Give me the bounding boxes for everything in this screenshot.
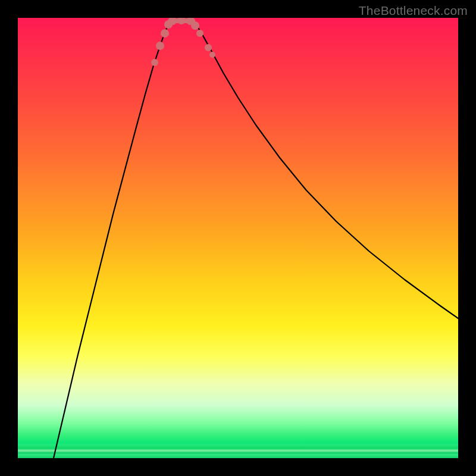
series-left-curve	[54, 21, 170, 458]
watermark-text: TheBottleneck.com	[359, 4, 468, 18]
right-marker-3	[205, 44, 212, 51]
right-marker-2	[196, 30, 203, 37]
chart-frame: TheBottleneck.com	[0, 0, 476, 476]
floor-marker-2	[177, 18, 186, 24]
left-marker-1	[151, 59, 158, 66]
series-right-curve	[193, 21, 458, 318]
right-marker-1	[191, 21, 199, 30]
plot-area	[18, 18, 458, 458]
curve-layer	[18, 18, 458, 458]
right-marker-4	[209, 52, 215, 58]
left-marker-3	[161, 29, 169, 37]
left-marker-2	[156, 42, 164, 50]
